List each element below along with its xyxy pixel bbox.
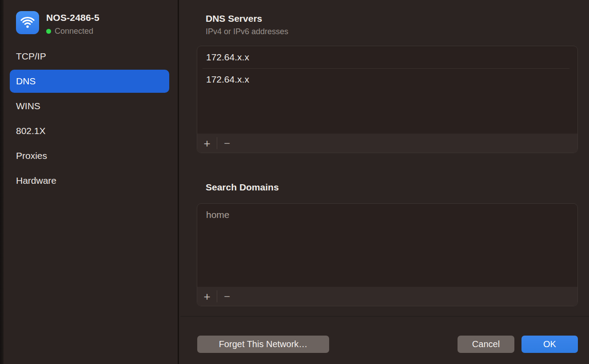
search-domain-row[interactable]: home xyxy=(197,204,577,226)
dns-settings-panel: DNS Servers IPv4 or IPv6 addresses 172.6… xyxy=(180,0,589,364)
window-edge xyxy=(0,0,4,364)
sidebar: NOS-2486-5 Connected TCP/IP DNS WINS 802… xyxy=(0,0,179,364)
sidebar-item-hardware[interactable]: Hardware xyxy=(10,169,169,192)
ok-button[interactable]: OK xyxy=(521,336,578,353)
search-domains-title: Search Domains xyxy=(206,182,279,193)
sidebar-item-proxies[interactable]: Proxies xyxy=(10,144,169,167)
network-name: NOS-2486-5 xyxy=(46,12,99,23)
remove-dns-server-button[interactable]: − xyxy=(217,134,237,153)
remove-search-domain-button[interactable]: − xyxy=(217,287,237,306)
forget-network-button[interactable]: Forget This Network… xyxy=(197,336,329,353)
network-meta: NOS-2486-5 Connected xyxy=(46,11,99,36)
search-domains-list: home + − xyxy=(197,203,578,306)
network-header: NOS-2486-5 Connected xyxy=(16,11,99,36)
add-search-domain-button[interactable]: + xyxy=(197,287,217,306)
dns-servers-rows: 172.64.x.x 172.64.x.x xyxy=(197,46,577,91)
dns-server-row[interactable]: 172.64.x.x xyxy=(197,68,577,91)
dns-servers-title: DNS Servers xyxy=(206,13,262,24)
add-dns-server-button[interactable]: + xyxy=(197,134,217,153)
sidebar-item-wins[interactable]: WINS xyxy=(10,95,169,118)
settings-nav: TCP/IP DNS WINS 802.1X Proxies Hardware xyxy=(10,45,169,194)
network-status: Connected xyxy=(46,27,99,36)
action-bar-divider xyxy=(180,316,589,317)
search-domains-rows: home xyxy=(197,204,577,226)
sidebar-item-dns[interactable]: DNS xyxy=(10,70,169,93)
connected-status-dot xyxy=(46,29,51,34)
connected-status-label: Connected xyxy=(55,27,93,36)
dns-server-row[interactable]: 172.64.x.x xyxy=(197,46,577,68)
search-domains-toolbar: + − xyxy=(197,287,577,306)
sidebar-item-8021x[interactable]: 802.1X xyxy=(10,119,169,142)
dns-servers-list: 172.64.x.x 172.64.x.x + − xyxy=(197,46,578,153)
dns-servers-subtitle: IPv4 or IPv6 addresses xyxy=(206,27,288,36)
wifi-icon xyxy=(16,11,39,34)
cancel-button[interactable]: Cancel xyxy=(458,336,514,353)
dns-servers-toolbar: + − xyxy=(197,134,577,153)
sidebar-item-tcpip[interactable]: TCP/IP xyxy=(10,45,169,68)
